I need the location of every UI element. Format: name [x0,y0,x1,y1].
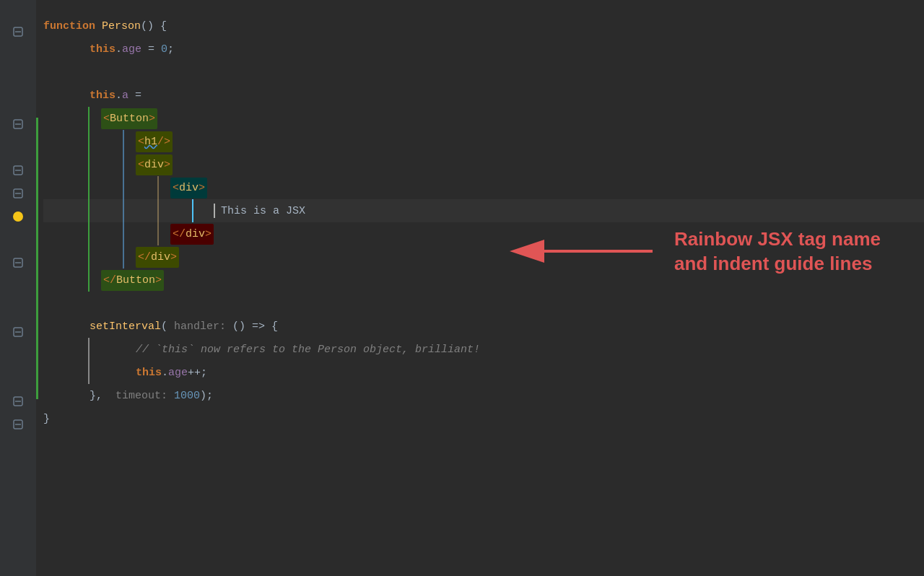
line-15: // `this` now refers to the Person objec… [43,338,924,361]
annotation: Rainbow JSX tag name and indent guide li… [501,227,881,276]
line-16: this.age++; [43,361,924,384]
fold-marker-8[interactable] [13,419,23,429]
fold-marker-7[interactable] [13,396,23,406]
line-14: setInterval( handler: () => { [43,315,924,338]
line-2: this.age = 0; [43,38,924,61]
gutter [0,0,36,576]
line-6: <h1/> [43,130,924,153]
fold-marker-4[interactable] [13,188,23,198]
annotation-text: Rainbow JSX tag name and indent guide li… [674,227,881,276]
code-editor: function Person() { this.age = 0; this.a… [0,0,924,576]
lightbulb-icon[interactable] [13,211,23,222]
line-7: <div> [43,153,924,176]
line-9: This is a JSX [43,199,924,222]
fold-marker-3[interactable] [13,165,23,175]
fold-marker-6[interactable] [13,327,23,337]
line-3 [43,61,924,84]
fold-marker-5[interactable] [13,258,23,268]
fold-marker[interactable] [13,27,23,37]
line-17: }, timeout: 1000); [43,384,924,407]
line-8: <div> [43,176,924,199]
annotation-arrow [501,232,660,271]
line-5: <Button> [43,107,924,130]
line-4: this.a = [43,84,924,107]
code-content: function Person() { this.age = 0; this.a… [36,7,924,437]
fold-marker-2[interactable] [13,119,23,129]
line-18: } [43,407,924,430]
line-1: function Person() { [43,14,924,38]
line-13 [43,292,924,315]
